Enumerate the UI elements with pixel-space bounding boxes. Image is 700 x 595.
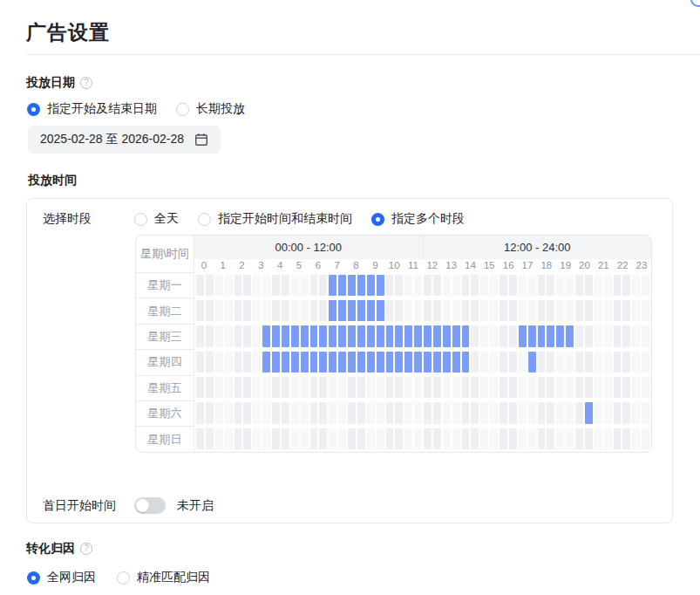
schedule-cell[interactable] xyxy=(538,352,546,373)
schedule-cell[interactable] xyxy=(310,325,318,346)
schedule-cell[interactable] xyxy=(462,428,470,449)
schedule-cell[interactable] xyxy=(604,428,612,449)
schedule-cell[interactable] xyxy=(547,377,554,398)
schedule-cell[interactable] xyxy=(509,377,517,398)
schedule-cell[interactable] xyxy=(566,377,574,398)
schedule-cell[interactable] xyxy=(424,402,432,423)
schedule-cell[interactable] xyxy=(225,275,233,296)
schedule-cell[interactable] xyxy=(595,275,602,296)
schedule-cell[interactable] xyxy=(642,402,649,423)
schedule-cell[interactable] xyxy=(452,352,460,373)
schedule-cell[interactable] xyxy=(575,275,583,296)
schedule-cell[interactable] xyxy=(433,275,441,296)
radio-selected-icon[interactable] xyxy=(27,103,40,116)
schedule-cell[interactable] xyxy=(282,428,289,449)
schedule-cell[interactable] xyxy=(480,300,488,321)
schedule-cell[interactable] xyxy=(377,402,384,423)
schedule-cell[interactable] xyxy=(528,377,536,398)
schedule-cell[interactable] xyxy=(196,325,204,346)
schedule-cell[interactable] xyxy=(480,275,488,296)
schedule-cell[interactable] xyxy=(395,428,403,449)
schedule-cell[interactable] xyxy=(262,428,270,449)
schedule-cell[interactable] xyxy=(614,402,622,423)
schedule-cell[interactable] xyxy=(395,352,403,373)
schedule-cell[interactable] xyxy=(490,352,498,373)
schedule-cell[interactable] xyxy=(462,377,470,398)
schedule-cell[interactable] xyxy=(538,300,546,321)
schedule-cell[interactable] xyxy=(338,402,346,423)
schedule-cell[interactable] xyxy=(632,428,640,449)
schedule-cell[interactable] xyxy=(196,300,204,321)
date-range-picker[interactable]: 2025-02-28 至 2026-02-28 xyxy=(28,126,221,154)
schedule-cell[interactable] xyxy=(585,352,593,373)
schedule-cell[interactable] xyxy=(225,377,233,398)
schedule-cell[interactable] xyxy=(234,325,242,346)
schedule-cell[interactable] xyxy=(471,428,479,449)
schedule-cell[interactable] xyxy=(528,428,536,449)
schedule-cell[interactable] xyxy=(566,300,574,321)
schedule-cell[interactable] xyxy=(329,352,336,373)
schedule-cell[interactable] xyxy=(282,325,289,346)
schedule-cell[interactable] xyxy=(395,275,403,296)
schedule-cell[interactable] xyxy=(225,300,233,321)
schedule-cell[interactable] xyxy=(395,325,403,346)
schedule-cell[interactable] xyxy=(500,402,507,423)
schedule-cell[interactable] xyxy=(452,428,460,449)
schedule-cell[interactable] xyxy=(509,300,517,321)
schedule-cell[interactable] xyxy=(566,428,574,449)
schedule-cell[interactable] xyxy=(604,275,612,296)
schedule-cell[interactable] xyxy=(386,377,394,398)
radio-selected-icon[interactable] xyxy=(27,571,40,585)
schedule-cell[interactable] xyxy=(433,300,441,321)
schedule-cell[interactable] xyxy=(301,377,309,398)
schedule-cell[interactable] xyxy=(585,300,593,321)
schedule-cell[interactable] xyxy=(329,325,336,346)
schedule-cell[interactable] xyxy=(234,352,242,373)
schedule-cell[interactable] xyxy=(556,377,564,398)
schedule-cell[interactable] xyxy=(614,352,622,373)
radio-option[interactable]: 指定开始时间和结束时间 xyxy=(198,211,352,227)
schedule-cell[interactable] xyxy=(357,377,365,398)
schedule-cell[interactable] xyxy=(500,377,507,398)
schedule-cell[interactable] xyxy=(282,275,289,296)
schedule-cell[interactable] xyxy=(253,275,261,296)
schedule-cell[interactable] xyxy=(538,402,546,423)
schedule-cell[interactable] xyxy=(310,275,318,296)
schedule-cell[interactable] xyxy=(319,402,327,423)
help-icon[interactable]: ? xyxy=(80,543,92,555)
schedule-cell[interactable] xyxy=(433,352,441,373)
schedule-cell[interactable] xyxy=(377,275,384,296)
schedule-cell[interactable] xyxy=(225,428,233,449)
schedule-cell[interactable] xyxy=(642,275,649,296)
schedule-cell[interactable] xyxy=(414,402,422,423)
schedule-cell[interactable] xyxy=(556,352,564,373)
schedule-cell[interactable] xyxy=(234,402,242,423)
radio-unselected-icon[interactable] xyxy=(176,103,189,116)
schedule-cell[interactable] xyxy=(348,402,356,423)
schedule-cell[interactable] xyxy=(556,402,564,423)
schedule-cell[interactable] xyxy=(433,325,441,346)
schedule-cell[interactable] xyxy=(262,325,270,346)
schedule-cell[interactable] xyxy=(443,377,451,398)
schedule-cell[interactable] xyxy=(253,402,261,423)
schedule-cell[interactable] xyxy=(595,300,602,321)
schedule-cell[interactable] xyxy=(556,325,564,346)
schedule-cell[interactable] xyxy=(404,352,412,373)
schedule-cell[interactable] xyxy=(243,428,251,449)
schedule-cell[interactable] xyxy=(509,352,517,373)
schedule-cell[interactable] xyxy=(462,325,470,346)
schedule-cell[interactable] xyxy=(225,325,233,346)
schedule-cell[interactable] xyxy=(528,352,536,373)
schedule-cell[interactable] xyxy=(301,300,309,321)
radio-unselected-icon[interactable] xyxy=(134,213,147,226)
schedule-cell[interactable] xyxy=(462,275,470,296)
schedule-cell[interactable] xyxy=(519,275,527,296)
schedule-cell[interactable] xyxy=(386,352,394,373)
schedule-cell[interactable] xyxy=(215,377,223,398)
schedule-cell[interactable] xyxy=(225,352,233,373)
schedule-cell[interactable] xyxy=(566,325,574,346)
schedule-cell[interactable] xyxy=(262,377,270,398)
radio-unselected-icon[interactable] xyxy=(117,571,130,585)
schedule-cell[interactable] xyxy=(234,275,242,296)
schedule-cell[interactable] xyxy=(443,428,451,449)
